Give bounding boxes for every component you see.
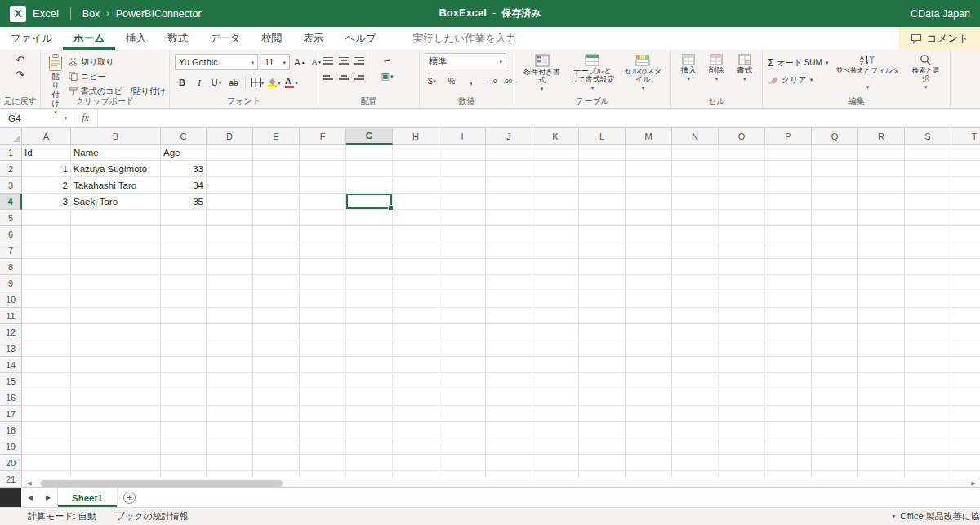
cell-A4[interactable]: 3 [22,194,71,210]
cell-R19[interactable] [858,438,905,455]
cell-R16[interactable] [858,389,905,406]
cell-S10[interactable] [905,291,951,308]
cell-F13[interactable] [300,340,346,357]
cell-I9[interactable] [439,275,486,291]
cell-C16[interactable] [161,389,207,406]
cell-D7[interactable] [207,242,253,259]
cell-T1[interactable] [951,145,980,161]
cell-F18[interactable] [300,422,346,438]
cell-K20[interactable] [532,455,579,471]
cell-O3[interactable] [719,177,765,194]
cell-K1[interactable] [532,145,579,161]
cell-G2[interactable] [346,161,393,177]
row-header-5[interactable]: 5 [0,210,22,226]
cell-N4[interactable] [672,194,719,210]
tab-挿入[interactable]: 挿入 [115,27,157,50]
cell-D13[interactable] [207,340,253,357]
cell-M8[interactable] [626,259,672,275]
cell-F14[interactable] [300,357,346,373]
cell-I3[interactable] [439,177,486,194]
cell-N2[interactable] [672,161,719,177]
cell-A15[interactable] [22,373,71,389]
cell-I1[interactable] [439,145,486,161]
cell-M12[interactable] [626,324,672,340]
borders-button[interactable]: ▾ [250,75,265,90]
cell-J3[interactable] [486,177,532,194]
cell-B8[interactable] [71,259,161,275]
cell-Q12[interactable] [812,324,858,340]
comma-format-button[interactable]: , [464,73,479,88]
row-header-15[interactable]: 15 [0,373,22,389]
cell-N13[interactable] [672,340,719,357]
cell-O20[interactable] [719,455,765,471]
cell-L13[interactable] [579,340,626,357]
cell-L8[interactable] [579,259,626,275]
cell-P6[interactable] [765,226,812,242]
cell-G18[interactable] [346,422,393,438]
cell-P10[interactable] [765,291,812,308]
cell-R2[interactable] [858,161,905,177]
copy-button[interactable]: コピー [69,69,166,83]
cell-Q16[interactable] [812,389,858,406]
cell-M4[interactable] [626,194,672,210]
row-header-6[interactable]: 6 [0,226,22,242]
cell-G19[interactable] [346,438,393,455]
row-header-19[interactable]: 19 [0,438,22,455]
column-header-C[interactable]: C [161,128,207,145]
fill-color-button[interactable]: ▾ [267,75,282,90]
cell-F16[interactable] [300,389,346,406]
cell-T10[interactable] [951,291,980,308]
cell-D12[interactable] [207,324,253,340]
cell-E12[interactable] [253,324,300,340]
cell-E20[interactable] [253,455,300,471]
cell-L7[interactable] [579,242,626,259]
cell-A1[interactable]: Id [22,145,71,161]
cell-K9[interactable] [532,275,579,291]
cell-N5[interactable] [672,210,719,226]
cell-S3[interactable] [905,177,951,194]
cell-P2[interactable] [765,161,812,177]
column-header-K[interactable]: K [532,128,579,145]
cell-D11[interactable] [207,308,253,324]
cell-N19[interactable] [672,438,719,455]
cell-D18[interactable] [207,422,253,438]
breadcrumb-root[interactable]: Box [82,8,100,20]
cell-E7[interactable] [253,242,300,259]
cell-N14[interactable] [672,357,719,373]
next-sheet-icon[interactable]: ▶ [39,488,57,507]
cell-C15[interactable] [161,373,207,389]
add-sheet-button[interactable]: + [118,488,142,507]
undo-button[interactable]: ↶ [11,53,29,67]
cell-D9[interactable] [207,275,253,291]
column-header-S[interactable]: S [905,128,951,145]
cell-Q15[interactable] [812,373,858,389]
cell-E9[interactable] [253,275,300,291]
cell-B6[interactable] [71,226,161,242]
cell-K17[interactable] [532,406,579,422]
cell-F12[interactable] [300,324,346,340]
row-header-10[interactable]: 10 [0,291,22,308]
cell-T17[interactable] [951,406,980,422]
cell-H16[interactable] [393,389,439,406]
cell-Q14[interactable] [812,357,858,373]
cell-E1[interactable] [253,145,300,161]
cell-H17[interactable] [393,406,439,422]
cell-D16[interactable] [207,389,253,406]
cell-K11[interactable] [532,308,579,324]
cell-A2[interactable]: 1 [22,161,71,177]
cell-O2[interactable] [719,161,765,177]
cell-A20[interactable] [22,455,71,471]
cell-S13[interactable] [905,340,951,357]
cell-P9[interactable] [765,275,812,291]
cell-A8[interactable] [22,259,71,275]
cell-E6[interactable] [253,226,300,242]
cell-F17[interactable] [300,406,346,422]
autosum-button[interactable]: Σ オート SUM ▾ [768,56,828,69]
cell-E18[interactable] [253,422,300,438]
cell-C3[interactable]: 34 [161,177,207,194]
office-feedback-label[interactable]: Office 製品改善に協 [900,510,980,523]
align-middle-button[interactable] [339,57,349,65]
cell-C10[interactable] [161,291,207,308]
cell-O16[interactable] [719,389,765,406]
cell-P12[interactable] [765,324,812,340]
